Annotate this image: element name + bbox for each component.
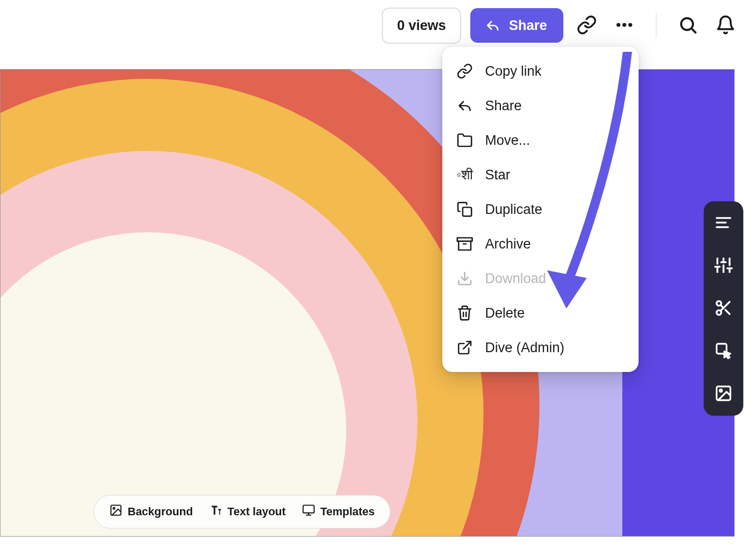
monitor-icon <box>302 504 315 520</box>
trash-icon <box>457 305 473 321</box>
svg-rect-12 <box>457 238 472 241</box>
link-icon <box>457 63 473 79</box>
image-icon <box>714 384 733 404</box>
text-layout-button[interactable]: Text layout <box>209 504 286 520</box>
menu-item-download: Download <box>442 261 639 296</box>
background-button[interactable]: Background <box>109 504 193 520</box>
svg-line-4 <box>692 28 696 33</box>
more-options-button[interactable] <box>610 11 639 40</box>
background-label: Background <box>128 505 193 518</box>
star-icon: शी <box>457 167 473 183</box>
bell-icon <box>715 15 736 37</box>
menu-item-share[interactable]: Share <box>442 88 639 123</box>
text-type-icon <box>209 504 222 520</box>
templates-label: Templates <box>320 505 375 518</box>
right-tools-panel <box>704 201 743 416</box>
svg-point-35 <box>720 389 722 392</box>
tool-cut-button[interactable] <box>713 298 734 319</box>
svg-line-15 <box>463 341 471 349</box>
menu-item-archive[interactable]: Archive <box>442 227 639 261</box>
align-left-icon <box>714 213 733 233</box>
tool-adjust-button[interactable] <box>713 255 734 276</box>
copy-link-button[interactable] <box>572 11 601 40</box>
image-icon <box>109 504 123 520</box>
more-options-menu: Copy link Share Move... शी Star Duplicat… <box>442 47 639 372</box>
download-icon <box>457 270 473 287</box>
svg-marker-10 <box>457 173 461 176</box>
share-icon <box>485 17 501 34</box>
svg-point-1 <box>622 23 626 27</box>
share-icon <box>457 98 473 114</box>
search-button[interactable] <box>674 11 702 40</box>
menu-item-dive-admin[interactable]: Dive (Admin) <box>442 330 639 365</box>
edit-controls-bar: Background Text layout Templates <box>94 495 390 528</box>
svg-line-32 <box>720 305 723 308</box>
menu-item-label: Archive <box>485 236 531 252</box>
templates-button[interactable]: Templates <box>302 504 375 520</box>
menu-item-label: Dive (Admin) <box>485 340 564 356</box>
views-label: 0 views <box>397 18 446 33</box>
svg-point-6 <box>113 508 115 509</box>
top-toolbar: 0 views Share <box>0 0 754 51</box>
svg-line-31 <box>726 309 730 314</box>
menu-item-label: Share <box>485 98 522 114</box>
share-button-label: Share <box>509 18 547 34</box>
archive-icon <box>457 236 473 252</box>
external-link-icon <box>457 339 473 356</box>
menu-item-label: Duplicate <box>485 202 542 217</box>
menu-item-label: Delete <box>485 305 525 321</box>
menu-item-copy-link[interactable]: Copy link <box>442 54 639 88</box>
views-button[interactable]: 0 views <box>382 8 461 44</box>
sliders-icon <box>714 256 733 276</box>
tool-image-button[interactable] <box>713 383 734 405</box>
tool-align-button[interactable] <box>713 212 734 234</box>
folder-icon <box>457 132 473 148</box>
share-button[interactable]: Share <box>470 8 563 43</box>
search-icon <box>678 15 698 37</box>
menu-item-delete[interactable]: Delete <box>442 296 639 330</box>
menu-item-label: Move... <box>485 133 530 148</box>
toolbar-divider <box>656 13 656 38</box>
square-cursor-icon <box>714 341 733 361</box>
scissors-icon <box>714 299 733 319</box>
menu-item-label: Copy link <box>485 64 541 79</box>
notifications-button[interactable] <box>711 11 740 40</box>
duplicate-icon <box>457 201 473 217</box>
menu-item-star[interactable]: शी Star <box>442 158 639 192</box>
menu-item-move[interactable]: Move... <box>442 123 639 158</box>
more-horizontal-icon <box>614 15 635 37</box>
svg-point-2 <box>628 23 632 27</box>
svg-point-0 <box>617 23 621 27</box>
svg-rect-7 <box>303 505 314 513</box>
tool-select-button[interactable] <box>713 340 734 362</box>
text-layout-label: Text layout <box>227 505 286 518</box>
canvas: Background Text layout Templates <box>0 69 754 560</box>
svg-rect-11 <box>463 207 471 216</box>
menu-item-label: Download <box>485 271 546 287</box>
menu-item-label: Star <box>485 167 510 183</box>
menu-item-duplicate[interactable]: Duplicate <box>442 192 639 227</box>
link-icon <box>577 15 597 37</box>
